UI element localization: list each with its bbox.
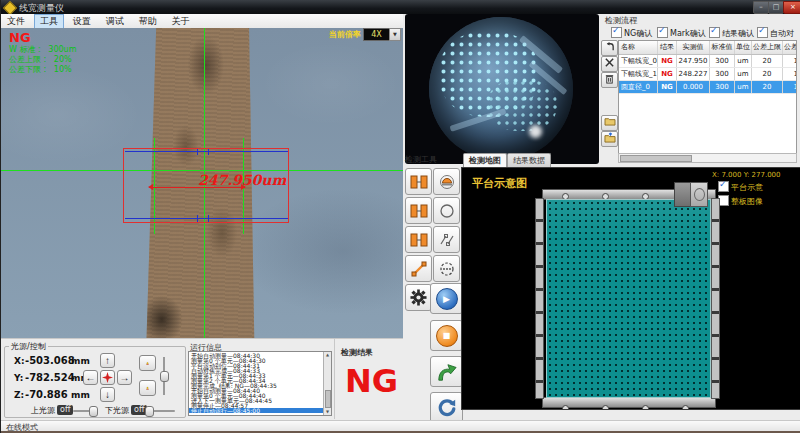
camera-lens-icon — [694, 188, 705, 201]
check-icon: ✓ — [658, 25, 666, 35]
platform-map[interactable]: 平台示意图 X: 7.000 Y: 277.000 ✓平台示意 整板图像 — [461, 167, 800, 410]
home-star-icon — [102, 372, 113, 383]
jog-right-button[interactable]: → — [117, 370, 132, 385]
tab-detect-map[interactable]: 检测地图 — [463, 153, 507, 167]
scrollbar-thumb[interactable] — [325, 390, 331, 408]
platform-right-bar — [711, 198, 720, 399]
checkbox-mark-confirm[interactable]: ✓Mark确认 — [657, 27, 706, 39]
col-header[interactable]: 单位 — [735, 41, 752, 54]
jog-home-button[interactable] — [100, 370, 115, 385]
scroll-up-icon[interactable]: ▲ — [324, 352, 331, 358]
refresh-icon — [437, 398, 457, 418]
process-panel: 检测流程 ✓NG确认 ✓Mark确认 ✓结果确认 ✓自动对焦 — [601, 14, 800, 168]
col-header[interactable]: 名称 — [619, 41, 658, 54]
minimize-button[interactable]: – — [753, 1, 769, 14]
measure-width-tool[interactable] — [405, 168, 432, 195]
tab-result-data[interactable]: 结果数据 — [507, 153, 551, 167]
menu-debug[interactable]: 调试 — [100, 14, 130, 29]
dashed-circle-tool[interactable] — [433, 255, 460, 282]
checkbox-box: ✓ — [757, 27, 768, 38]
stop-button[interactable]: ■ — [430, 320, 463, 351]
checkbox-result-confirm[interactable]: ✓结果确认 — [709, 27, 754, 39]
table-row[interactable]: 下幅线宽_0NG247.950300um2010% — [619, 55, 796, 68]
magnification-value[interactable]: 4X — [363, 28, 390, 41]
menu-file[interactable]: 文件 — [1, 14, 31, 29]
scrollbar-thumb[interactable] — [620, 155, 692, 162]
jog-up-button[interactable]: ↑ — [100, 353, 115, 368]
jog-left-button[interactable]: ← — [83, 370, 98, 385]
width-measure-icon — [410, 174, 428, 190]
clear-all-button[interactable] — [601, 72, 618, 88]
menu-settings[interactable]: 设置 — [67, 14, 97, 29]
scope-panel — [405, 14, 599, 164]
table-row[interactable]: 下幅线宽_1NG248.227300um2010% — [619, 68, 796, 81]
run-button[interactable]: ▶ — [430, 283, 463, 314]
load-file-button[interactable] — [601, 115, 618, 131]
menu-tools[interactable]: 工具 — [34, 14, 64, 29]
rail-screw — [682, 405, 689, 410]
cell-unit: um — [735, 81, 752, 93]
checkbox-label: NG确认 — [624, 29, 652, 38]
titlebar[interactable]: 线宽测量仪 – □ × — [1, 0, 800, 14]
cell-standard: 300 — [710, 55, 735, 67]
log-line-highlighted: 停止自动运行—08:45:00 — [189, 408, 331, 413]
menu-help[interactable]: 帮助 — [133, 14, 163, 29]
measurement-value: 247.950um — [198, 172, 286, 188]
top-light-thumb[interactable] — [89, 406, 98, 417]
magnification-label: 当前倍率 — [329, 29, 361, 40]
minimize-icon: – — [759, 3, 763, 11]
col-header[interactable]: 公差上限 — [752, 41, 783, 54]
settings-tool[interactable] — [405, 284, 432, 311]
checkbox-platform-view[interactable]: ✓平台示意 — [718, 181, 763, 193]
col-header[interactable]: 结果 — [658, 41, 677, 54]
checkbox-board-image[interactable]: 整板图像 — [718, 195, 763, 207]
scope-view[interactable] — [429, 17, 573, 161]
goto-button[interactable] — [430, 356, 463, 387]
diagonal-measure-tool[interactable] — [405, 255, 432, 282]
maximize-button[interactable]: □ — [768, 1, 784, 14]
circle-icon — [439, 203, 455, 219]
circle-tool[interactable] — [433, 197, 460, 224]
jog-down-button[interactable]: ↓ — [100, 387, 115, 402]
checkbox-ng-confirm[interactable]: ✓NG确认 — [611, 27, 652, 39]
z-down-icon — [146, 382, 149, 395]
magnification-dropdown[interactable]: ▼ — [389, 28, 401, 41]
z-up-button[interactable] — [139, 355, 156, 371]
col-header[interactable]: 公差下限 — [783, 41, 797, 54]
z-down-button[interactable] — [139, 380, 156, 396]
stop-icon: ■ — [436, 325, 458, 347]
col-header[interactable]: 实测值 — [677, 41, 710, 54]
menu-about[interactable]: 关于 — [165, 14, 195, 29]
run-log[interactable]: 开始自动测量—08:44:30 测量第0 个单元—08:44:30 平台运动到位… — [188, 351, 332, 416]
play-icon: ▶ — [436, 288, 458, 310]
top-light-state[interactable]: off — [57, 405, 73, 415]
mark-tool[interactable] — [433, 168, 460, 195]
cell-measured: 247.950 — [677, 55, 710, 67]
reset-button[interactable] — [430, 392, 463, 423]
platform-board[interactable] — [546, 199, 711, 398]
x-delete-icon — [604, 57, 615, 68]
measure-width2-tool[interactable] — [405, 197, 432, 224]
measure-width3-tool[interactable] — [405, 226, 432, 253]
col-header[interactable]: 标准值 — [710, 41, 735, 54]
scroll-down-icon[interactable]: ▼ — [324, 409, 331, 415]
undo-button[interactable] — [601, 40, 618, 56]
camera-view[interactable]: 247.950um NG W 标准 : 300um 公差上限 : 20% 公差下… — [1, 28, 403, 338]
arrow-up-icon: ↑ — [105, 355, 110, 366]
arrow-right-icon: → — [120, 372, 130, 383]
measurement-table[interactable]: 名称结果实测值标准值单位公差上限公差下限 下幅线宽_0NG247.950300u… — [618, 40, 797, 154]
line-angle-tool[interactable] — [433, 226, 460, 253]
log-vscrollbar[interactable]: ▲ ▼ — [323, 352, 331, 415]
bottom-light-thumb[interactable] — [145, 406, 154, 417]
table-row-selected[interactable]: 圆直径_0NG0.000300um2010% — [619, 81, 796, 94]
z-slider-thumb[interactable] — [160, 371, 169, 382]
cell-standard: 300 — [710, 68, 735, 80]
table-hscrollbar[interactable] — [618, 153, 797, 163]
camera-info-line: 公差上限 : 20% — [9, 55, 72, 65]
close-button[interactable]: × — [783, 1, 800, 14]
export-file-button[interactable] — [601, 131, 618, 147]
pcb-pad-grid — [487, 79, 557, 131]
control-panel: 光源/控制 X: -503.068 mm Y: -782.524 mm Z: -… — [4, 346, 186, 418]
delete-item-button[interactable] — [601, 56, 618, 72]
camera-info-line: W 标准 : 300um — [9, 45, 76, 55]
